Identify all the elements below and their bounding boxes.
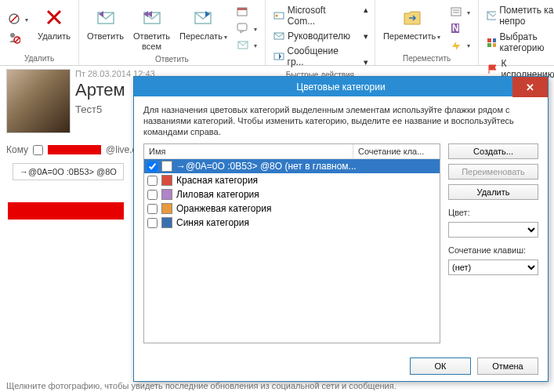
dialog-footer: ОК Отмена [134,351,548,381]
group-label-respond: Ответить [84,53,260,66]
message-category-tag: →@0A=0O :0B53> @8O [13,163,124,180]
move-button[interactable]: Переместить [380,3,444,53]
reply-all-button[interactable]: Ответить всем [130,3,173,53]
quick-up[interactable]: ▴ [362,5,370,15]
delete-category-button[interactable]: Удалить [448,184,538,200]
category-row[interactable]: Лиловая категория [144,187,440,201]
list-header: Имя Сочетание кла... [144,144,440,159]
quick-down[interactable]: ▾ [362,31,370,42]
delete-label: Удалить [38,31,71,42]
quick-step-2[interactable]: Сообщение гр... [270,44,359,69]
category-row[interactable]: Красная категория [144,173,440,187]
im-button[interactable] [234,21,260,35]
actions-button[interactable] [447,38,473,52]
to-label: Кому [6,144,28,155]
category-label: Лиловая категория [176,189,259,200]
shortcut-select[interactable]: (нет) [448,260,538,275]
reply-label: Ответить [87,31,124,42]
column-name[interactable]: Имя [144,144,353,158]
svg-rect-26 [487,43,491,47]
mark-unread-button[interactable]: Пометить как непро [483,3,554,28]
column-shortcut[interactable]: Сочетание кла... [353,144,440,158]
forward-button[interactable]: Переслать [176,3,230,53]
reply-all-label: Ответить всем [133,31,170,52]
svg-rect-11 [237,8,247,10]
avatar[interactable] [6,69,71,133]
move-label: Переместить [383,31,440,42]
footer-hint: Щелкните фотографию, чтобы увидеть после… [6,381,396,390]
block-button[interactable] [5,30,31,45]
close-button[interactable]: ✕ [512,77,548,97]
quick-step-0[interactable]: Microsoft Com... [270,3,359,28]
ribbon: Удалить Удалить Ответить Ответить всем П… [0,0,554,66]
ribbon-group-respond: Ответить Ответить всем Переслать Ответит… [79,0,266,65]
category-checkbox[interactable] [147,176,158,186]
quick-step-1[interactable]: Руководителю [270,29,359,43]
svg-rect-18 [451,8,461,16]
svg-line-4 [15,38,20,42]
rename-button[interactable]: Переименовать [448,164,538,180]
delete-button[interactable]: Удалить [34,3,74,53]
category-checkbox[interactable] [147,162,158,172]
more-respond-button[interactable] [234,38,260,52]
list-rows: →@0A=0O :0B53> @8O (нет в главном...Крас… [144,159,440,343]
quick-expand[interactable]: ▾ [362,57,370,67]
category-checkbox[interactable] [147,218,158,228]
meeting-button[interactable] [234,5,260,19]
color-swatch-icon [161,217,172,228]
to-checkbox[interactable] [33,145,43,155]
ribbon-group-quick: Microsoft Com... Руководителю Сообщение … [266,0,375,65]
ribbon-group-delete: Удалить Удалить [0,0,79,65]
categorize-button[interactable]: Выбрать категорию [483,30,554,55]
svg-rect-25 [493,38,496,42]
color-label: Цвет: [448,208,538,217]
ok-button[interactable]: ОК [410,358,471,375]
category-row[interactable]: →@0A=0O :0B53> @8O (нет в главном... [144,159,440,173]
category-label: Оранжевая категория [176,203,271,214]
category-row[interactable]: Оранжевая категория [144,201,440,216]
color-select[interactable] [448,222,538,238]
svg-point-2 [10,33,15,38]
junk-button[interactable] [5,11,31,27]
svg-rect-27 [493,43,496,47]
category-label: Красная категория [176,175,258,186]
category-checkbox[interactable] [147,204,158,214]
shortcut-label: Сочетание клавиш: [448,245,538,255]
svg-point-15 [275,15,277,17]
ribbon-group-tags: Пометить как непро Выбрать категорию К и… [479,0,554,65]
category-label: Синяя категория [176,217,249,228]
categories-dialog: Цветовые категории ✕ Для назначения цвет… [133,76,549,382]
category-row[interactable]: Синяя категория [144,216,440,230]
color-swatch-icon [161,189,172,200]
dialog-title: Цветовые категории ✕ [134,77,548,96]
group-label-move: Переместить [380,53,473,65]
dialog-instructions: Для назначения цветовых категорий выделе… [143,104,538,137]
svg-line-1 [11,16,17,22]
reply-button[interactable]: Ответить [84,3,127,53]
rules-button[interactable] [447,5,473,19]
dialog-sidebar: Создать... Переименовать Удалить Цвет: С… [448,143,538,343]
color-swatch-icon [161,203,172,214]
categories-list: Имя Сочетание кла... →@0A=0O :0B53> @8O … [143,143,440,343]
svg-rect-24 [487,38,491,42]
forward-label: Переслать [179,31,227,42]
redacted-body [8,202,124,220]
category-label: →@0A=0O :0B53> @8O (нет в главном... [176,161,357,172]
onenote-button[interactable]: N [447,21,473,35]
color-swatch-icon [161,175,172,186]
group-label-delete: Удалить [5,53,74,65]
ribbon-group-move: Переместить N Переместить [375,0,479,65]
to-suffix: @live.c [106,144,137,155]
create-button[interactable]: Создать... [448,143,538,159]
color-swatch-icon [161,161,172,172]
svg-text:N: N [452,23,459,34]
cancel-button[interactable]: Отмена [477,358,538,375]
redacted-to [48,145,101,154]
svg-rect-12 [237,24,247,31]
category-checkbox[interactable] [147,190,158,200]
